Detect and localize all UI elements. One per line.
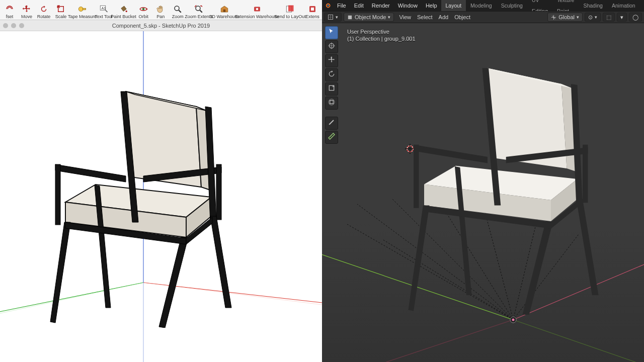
bucket-icon — [119, 5, 128, 14]
svg-line-61 — [330, 136, 331, 137]
svg-point-10 — [196, 6, 200, 11]
svg-rect-25 — [55, 164, 60, 225]
workspace-tab-sculpting[interactable]: Sculpting — [497, 0, 527, 11]
workspace-tab-modeling[interactable]: Modeling — [466, 0, 497, 11]
pan-tool[interactable]: Pan — [152, 4, 169, 20]
document-title: Component_5.skp - SketchUp Pro 2019 — [112, 23, 210, 29]
paint-bucket-tool[interactable]: Paint Bucket — [112, 4, 135, 20]
cursor-tool[interactable] — [325, 40, 338, 53]
measure-tool[interactable] — [325, 131, 338, 144]
orientation-label: Global — [558, 14, 575, 20]
pivot-dropdown[interactable]: ⊙▾ — [585, 13, 601, 22]
svg-line-9 — [179, 10, 182, 13]
rotate-tool[interactable]: Rotate — [35, 4, 52, 20]
send-to-layout-tool[interactable]: Send to LayOut — [276, 4, 304, 20]
workspace-tab-rendering[interactable]: Rendering — [640, 0, 644, 11]
svg-rect-26 — [216, 164, 221, 220]
extensions-tool[interactable]: Extens — [304, 4, 321, 20]
blender-viewport[interactable]: User Perspective (1) Collection | group_… — [322, 23, 644, 362]
editor-type-dropdown[interactable]: ▾ — [324, 13, 342, 22]
scale-tool[interactable] — [325, 82, 338, 96]
svg-point-14 — [256, 8, 258, 11]
scalebox-icon — [328, 84, 336, 94]
svg-point-1 — [79, 7, 84, 12]
svg-rect-16 — [288, 6, 294, 12]
offset-tool[interactable]: fset — [1, 4, 18, 20]
measure-icon — [328, 132, 336, 142]
extension-warehouse-tool[interactable]: Extension Warehouse — [238, 4, 276, 20]
scale-tool[interactable]: Scale — [52, 4, 69, 20]
header-menu-add[interactable]: Add — [436, 14, 452, 20]
window-minimize-dot[interactable] — [11, 23, 16, 28]
rot-icon — [328, 70, 336, 80]
menu-file[interactable]: File — [333, 3, 350, 9]
zoom-icon — [173, 5, 182, 14]
text-tool[interactable]: A1Text Tool — [95, 4, 112, 20]
svg-point-5 — [125, 11, 127, 12]
sketchup-viewport[interactable] — [0, 31, 322, 362]
layout-icon — [285, 5, 294, 14]
tool-label: Scale — [55, 14, 67, 19]
svg-point-6 — [142, 8, 145, 11]
svg-text:A1: A1 — [101, 6, 106, 11]
tape-measure-tool[interactable]: Tape Measure — [69, 4, 95, 20]
ext-icon — [253, 5, 262, 14]
orientation-dropdown[interactable]: Global ▾ — [547, 13, 583, 22]
tool-label: Orbit — [138, 14, 148, 19]
pan-icon — [156, 5, 165, 14]
rotate-tool[interactable] — [325, 68, 338, 81]
menu-edit[interactable]: Edit — [350, 3, 368, 9]
svg-point-8 — [175, 6, 179, 11]
orbit-tool[interactable]: Orbit — [135, 4, 152, 20]
proportional-edit-toggle[interactable]: ◯ — [629, 13, 642, 22]
annotate-tool[interactable] — [325, 117, 338, 130]
scale-icon — [56, 5, 65, 14]
header-menu-view[interactable]: View — [396, 14, 414, 20]
workspace-tab-layout[interactable]: Layout — [441, 0, 466, 11]
sketchup-document-titlebar: Component_5.skp - SketchUp Pro 2019 — [0, 20, 322, 31]
workspace-tab-animation[interactable]: Animation — [607, 0, 640, 11]
svg-line-62 — [331, 135, 332, 136]
snap-dropdown[interactable]: ▾ — [617, 13, 627, 22]
zoom-extents-tool[interactable]: Zoom Extents — [186, 4, 211, 20]
move-tool[interactable] — [325, 54, 338, 67]
svg-rect-32 — [348, 15, 352, 19]
svg-rect-18 — [311, 8, 314, 11]
menu-window[interactable]: Window — [394, 3, 422, 9]
svg-point-52 — [512, 319, 515, 321]
workspace-tab-texture-paint[interactable]: Texture Paint — [552, 0, 579, 11]
svg-rect-12 — [223, 10, 226, 12]
svg-rect-2 — [83, 9, 86, 10]
snap-toggle[interactable]: ⬚ — [603, 13, 615, 22]
header-menu-select[interactable]: Select — [414, 14, 436, 20]
mode-dropdown[interactable]: Object Mode ▾ — [344, 13, 394, 22]
window-zoom-dot[interactable] — [19, 23, 24, 28]
move-tool[interactable]: Move — [18, 4, 35, 20]
mode-label: Object Mode — [355, 14, 386, 20]
tool-label: Send to LayOut — [274, 14, 306, 19]
tool-label: Move — [21, 14, 32, 19]
workspace-tab-uv-editing[interactable]: UV Editing — [527, 0, 552, 11]
svg-rect-59 — [330, 101, 334, 104]
svg-line-11 — [200, 10, 202, 13]
transform-tool[interactable] — [325, 97, 338, 110]
menu-help[interactable]: Help — [422, 3, 441, 9]
workspace-tab-shading[interactable]: Shading — [579, 0, 607, 11]
blender-logo-icon — [322, 2, 333, 9]
3d-warehouse-tool[interactable]: 3D Warehouse — [211, 4, 238, 20]
window-close-dot[interactable] — [3, 23, 8, 28]
tool-label: fset — [6, 14, 14, 19]
blender-pane: FileEditRenderWindowHelp LayoutModelingS… — [322, 0, 644, 362]
header-menu-object[interactable]: Object — [451, 14, 473, 20]
overlay-perspective-label: User Perspective — [347, 28, 416, 35]
tool-label: Text Tool — [95, 14, 112, 19]
select-box-tool[interactable] — [325, 26, 338, 39]
menu-render[interactable]: Render — [368, 3, 394, 9]
tool-label: Pan — [156, 14, 165, 19]
tool-label: Zoom Extents — [185, 14, 213, 19]
pen-icon — [328, 118, 336, 128]
zoomx-icon — [194, 5, 203, 14]
window-traffic-lights[interactable] — [3, 23, 24, 28]
zoom-tool[interactable]: Zoom — [169, 4, 186, 20]
tool-label: Paint Bucket — [111, 14, 136, 19]
